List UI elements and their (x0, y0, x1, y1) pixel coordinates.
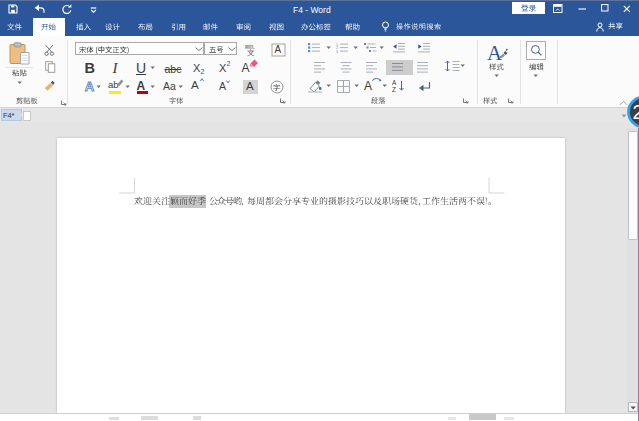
svg-text:A: A (487, 43, 503, 62)
svg-text:Z: Z (392, 86, 396, 93)
svg-text:A: A (392, 79, 397, 86)
svg-text:A: A (84, 79, 94, 92)
svg-text:2: 2 (633, 101, 639, 123)
svg-text:3: 3 (336, 50, 338, 53)
